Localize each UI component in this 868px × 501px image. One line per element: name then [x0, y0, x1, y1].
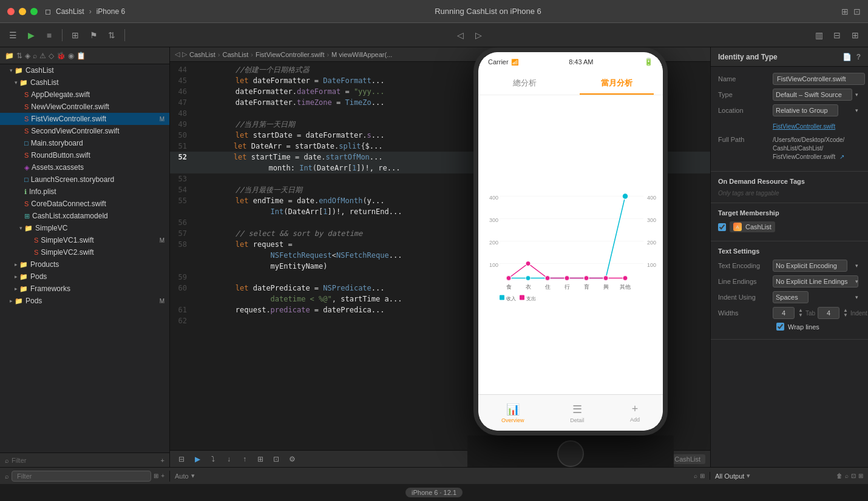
tab-width-stepper[interactable]: ▲ ▼ [798, 308, 803, 318]
bottom-tab-overview[interactable]: 📊 Overview [501, 403, 524, 423]
breadcrumb-back-icon[interactable]: ◁ [175, 50, 180, 58]
filter-add-icon[interactable]: + [161, 472, 164, 479]
debug-toggle[interactable]: ⊟ [829, 27, 845, 43]
stop-button[interactable]: ■ [41, 27, 57, 43]
debug-simulate-btn[interactable]: ⊡ [270, 452, 283, 466]
run-button[interactable]: ▶ [23, 27, 39, 43]
step-out-btn[interactable]: ↑ [238, 452, 251, 466]
sidebar-item-main-storyboard[interactable]: □ Main.storyboard [0, 137, 169, 149]
bottom-tab-add[interactable]: + Add [630, 403, 640, 423]
sidebar-item-newviewcontroller[interactable]: S NewViewController.swift [0, 101, 169, 113]
sidebar-item-xcdatamodel[interactable]: ⊞ CashList.xcdatamodeld [0, 210, 169, 222]
sidebar-toggle-button[interactable]: ☰ [5, 27, 21, 43]
output-clear-icon[interactable]: 🗑 [836, 472, 843, 479]
inspector-help-icon[interactable]: ? [856, 53, 861, 61]
inspector-toggle[interactable]: ⊞ [847, 27, 863, 43]
sidebar-item-pods-root[interactable]: ▸ 📁 Pods M [0, 295, 169, 307]
source-control-button[interactable]: ⇅ [104, 27, 120, 43]
continue-btn[interactable]: ▶ [191, 452, 204, 466]
output-filter-icon[interactable]: ⌕ [845, 472, 849, 479]
output-bar: All Output ▾ 🗑 ⌕ ⊡ ⊞ [710, 472, 868, 480]
editor-filter-icon[interactable]: ⌕ [694, 472, 697, 479]
nav-symbol-icon[interactable]: ◈ [25, 52, 30, 60]
nav-test-icon[interactable]: ◇ [49, 52, 54, 60]
nav-find-icon[interactable]: ⌕ [33, 52, 37, 60]
line-number-44: 44 [170, 64, 194, 75]
navigator-toggle[interactable]: ▥ [811, 27, 827, 43]
sidebar-filter-area: ⌕ ⊞ + [0, 471, 170, 482]
step-into-btn[interactable]: ↓ [222, 452, 236, 466]
tab-dangzue[interactable]: 當月分析 [571, 72, 663, 95]
time-label: 8:43 AM [518, 58, 644, 66]
sidebar-add-icon[interactable]: + [161, 457, 164, 464]
output-expand-icon[interactable]: ⊞ [858, 472, 863, 479]
nav-file-icon[interactable]: 📁 [5, 52, 14, 60]
chevron-down-icon-3: ▾ [19, 225, 22, 231]
sidebar-item-cashlist-folder[interactable]: ▾ 📁 CashList [0, 76, 169, 89]
sidebar-item-assets[interactable]: ◈ Assets.xcassets [0, 161, 169, 173]
breakpoint-toggle[interactable]: ⊟ [175, 452, 188, 466]
indent-width-input[interactable] [818, 307, 839, 319]
output-split-icon[interactable]: ⊡ [851, 472, 856, 479]
breadcrumb-cashlist-1[interactable]: CashList [189, 51, 215, 58]
sidebar-item-frameworks[interactable]: ▸ 📁 Frameworks [0, 283, 169, 295]
indent-stepper-down[interactable]: ▼ [843, 313, 848, 318]
back-button[interactable]: ◁ [452, 27, 468, 43]
inspector-indent-select[interactable]: Spaces [773, 291, 809, 303]
sidebar-item-roundbutton[interactable]: S RoundButton.swift [0, 149, 169, 161]
indent-width-stepper[interactable]: ▲ ▼ [843, 308, 848, 318]
window-icon[interactable]: ⊡ [853, 7, 861, 16]
filter-options-icon[interactable]: ⊞ [154, 472, 158, 479]
nav-debug-icon[interactable]: 🐞 [56, 52, 66, 60]
sidebar-item-secondviewcontroller[interactable]: S SecondViewController.swift [0, 125, 169, 137]
inspector-lineendings-select[interactable]: No Explicit Line Endings [773, 275, 858, 287]
sidebar-toggle-icon[interactable]: ⊞ [841, 7, 849, 16]
tab-stepper-down[interactable]: ▼ [798, 313, 803, 318]
svg-rect-35 [520, 295, 524, 300]
bottom-tab-detail[interactable]: ☰ Detail [570, 403, 584, 423]
step-over-btn[interactable]: ⤵ [206, 452, 220, 466]
inspector-type-select[interactable]: Default – Swift Source [773, 89, 852, 101]
inspector-locationpath-link[interactable]: FistViewController.swift [773, 123, 835, 130]
sidebar-item-simplevc-folder[interactable]: ▾ 📁 SimpleVC [0, 222, 169, 234]
tab-zonzxi[interactable]: 總分析 [478, 72, 571, 95]
sidebar-item-simplevc1[interactable]: S SimpleVC1.swift M [0, 234, 169, 246]
breadcrumb-file[interactable]: FistViewController.swift [256, 51, 325, 58]
sidebar-item-coredataconnect[interactable]: S CoreDataConnect.swift [0, 198, 169, 210]
indent-label: Indent [850, 310, 867, 317]
sidebar-item-simplevc2[interactable]: S SimpleVC2.swift [0, 246, 169, 258]
inspector-name-input[interactable] [773, 73, 865, 85]
sidebar-item-pods-inner[interactable]: ▸ 📁 Pods [0, 271, 169, 283]
maximize-button[interactable] [30, 8, 38, 15]
inspector-location-select[interactable]: Relative to Group [773, 104, 838, 116]
inspector-file-icon[interactable]: 📄 [843, 53, 852, 61]
debug-environment-btn[interactable]: ⚙ [285, 452, 299, 466]
inspector-encoding-select[interactable]: No Explicit Encoding [773, 260, 847, 272]
sidebar-item-cashlist-root[interactable]: ▾ 📁 CashList [0, 64, 169, 76]
breakpoint-button[interactable]: ⚑ [86, 27, 101, 43]
home-button[interactable] [557, 440, 584, 467]
minimize-button[interactable] [19, 8, 26, 15]
nav-git-icon[interactable]: ⇅ [16, 52, 22, 60]
target-checkbox[interactable] [718, 223, 726, 231]
close-button[interactable] [7, 8, 15, 15]
tab-width-input[interactable] [773, 307, 795, 319]
breadcrumb-forward-icon[interactable]: ▷ [182, 50, 187, 58]
scheme-selector[interactable]: ⊞ [67, 27, 83, 43]
sidebar-item-fistviewcontroller[interactable]: S FistViewController.swift M [0, 113, 169, 125]
nav-issue-icon[interactable]: ⚠ [39, 52, 46, 60]
sidebar-item-launchscreen[interactable]: □ LaunchScreen.storyboard [0, 173, 169, 186]
sidebar-filter-input[interactable] [12, 471, 151, 482]
wrap-lines-checkbox[interactable] [776, 323, 784, 331]
sidebar-item-appdelegate[interactable]: S AppDelegate.swift [0, 89, 169, 101]
nav-report-icon[interactable]: 📋 [76, 52, 86, 60]
breadcrumb-method[interactable]: M viewWillAppear(... [331, 51, 392, 58]
breadcrumb-cashlist-2[interactable]: CashList [222, 51, 248, 58]
forward-button[interactable]: ▷ [470, 27, 486, 43]
fullpath-expand-icon[interactable]: ↗ [839, 153, 844, 160]
editor-show-icon[interactable]: ⊞ [700, 472, 705, 479]
debug-memory-btn[interactable]: ⊞ [254, 452, 267, 466]
sidebar-item-infoplist[interactable]: ℹ Info.plist [0, 186, 169, 198]
nav-breakpoint-icon[interactable]: ◉ [68, 52, 74, 60]
sidebar-item-products[interactable]: ▸ 📁 Products [0, 258, 169, 271]
